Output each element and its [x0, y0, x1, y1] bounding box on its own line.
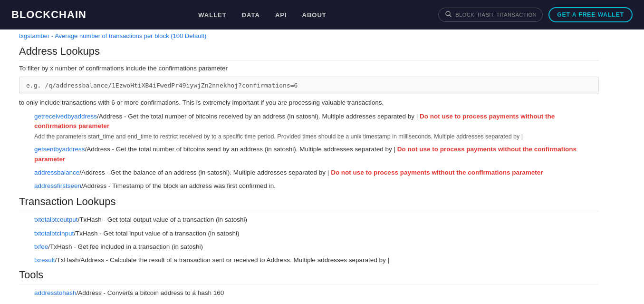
list-item: txfee/TxHash - Get fee included in a tra… [34, 242, 599, 252]
search-box[interactable] [438, 8, 543, 22]
list-item: txtotalbtcoutput/TxHash - Get total outp… [34, 215, 599, 225]
api-text: /TxHash - Get fee included in a transact… [48, 243, 203, 250]
list-item: getsentbyaddress/Address - Get the total… [34, 145, 599, 164]
search-icon [445, 11, 452, 19]
list-item: addressfirstseen/Address - Timestamp of … [34, 181, 599, 191]
api-text: /Address - Timestamp of the block an add… [81, 182, 276, 189]
nav-wallet[interactable]: WALLET [198, 11, 226, 19]
address-lookups-desc: To filter by x number of confirmations i… [19, 65, 599, 72]
warning-text: Do not use to process payments without t… [329, 169, 543, 176]
list-item: getreceivedbyaddress/Address - Get the t… [34, 112, 599, 141]
api-text: /TxHash - Get total input value of a tra… [74, 230, 239, 237]
search-input[interactable] [455, 12, 536, 18]
addressbalance-link[interactable]: addressbalance [34, 169, 79, 176]
api-text: /TxHash/Address - Calculate the result o… [55, 256, 390, 264]
getreceivedbyaddress-link[interactable]: getreceivedbyaddress [34, 113, 97, 120]
api-text: /Address - Get the total number of bitco… [85, 146, 395, 153]
list-item: hashtoaddress/Hash - Converts a hash 160… [34, 302, 599, 304]
main-content: txgstamber - Average number of transacti… [0, 29, 618, 304]
truncated-api-link[interactable]: txgstamber - Average number of transacti… [19, 29, 599, 40]
confirmation-note: to only include transactions with 6 or m… [19, 99, 599, 106]
sub-note: Add the parameters start_time and end_ti… [34, 132, 599, 141]
api-text: /Address - Converts a bitcoin address to… [77, 289, 224, 296]
api-text: /TxHash - Get total output value of a tr… [78, 216, 247, 223]
txfee-link[interactable]: txfee [34, 243, 48, 250]
addresstohash-link[interactable]: addresstohash [34, 289, 77, 296]
list-item: txtotalbtcinput/TxHash - Get total input… [34, 229, 599, 238]
txtotalbtcinput-link[interactable]: txtotalbtcinput [34, 230, 74, 237]
logo[interactable]: BLOCKCHAIN [11, 9, 87, 21]
nav-data[interactable]: DATA [242, 11, 260, 19]
txresult-link[interactable]: txresult [34, 256, 55, 264]
addressfirstseen-link[interactable]: addressfirstseen [34, 182, 81, 189]
header: BLOCKCHAIN WALLET DATA API ABOUT GET A F… [0, 0, 644, 29]
txtotalbtcoutput-link[interactable]: txtotalbtcoutput [34, 216, 78, 223]
tools-heading: Tools [19, 269, 599, 284]
api-text: /Address - Get the balance of an address… [79, 169, 329, 176]
nav-about[interactable]: ABOUT [302, 11, 327, 19]
api-text: /Address - Get the total number of bitco… [97, 113, 418, 120]
list-item: addresstohash/Address - Converts a bitco… [34, 288, 599, 298]
address-lookups-heading: Address Lookups [19, 45, 599, 61]
svg-line-1 [450, 15, 452, 17]
getsentbyaddress-link[interactable]: getsentbyaddress [34, 146, 85, 153]
nav-api[interactable]: API [275, 11, 287, 19]
list-item: addressbalance/Address - Get the balance… [34, 168, 599, 177]
code-example: e.g. /q/addressbalance/1EzwoHtiXB4iFwedP… [19, 77, 599, 94]
get-wallet-button[interactable]: GET A FREE WALLET [548, 7, 633, 22]
header-right: GET A FREE WALLET [438, 7, 633, 22]
main-nav: WALLET DATA API ABOUT [102, 11, 423, 19]
list-item: txresult/TxHash/Address - Calculate the … [34, 255, 599, 265]
transaction-lookups-heading: Transaction Lookups [19, 196, 599, 211]
